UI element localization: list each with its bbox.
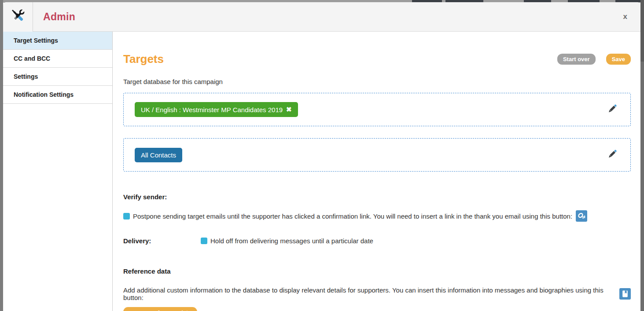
- sidebar-item-settings[interactable]: Settings: [3, 68, 112, 86]
- settings-sidebar: Target Settings CC and BCC Settings Noti…: [3, 32, 113, 311]
- header-buttons: Start over Save: [557, 54, 631, 65]
- sidebar-item-target-settings[interactable]: Target Settings: [3, 32, 112, 50]
- selected-database-chip[interactable]: UK / English : Westminster MP Candidates…: [135, 102, 298, 117]
- sidebar-item-label: Settings: [14, 73, 38, 80]
- verify-sender-row: Postpone sending target emails until the…: [123, 210, 631, 222]
- page-title: Targets: [123, 52, 164, 66]
- dialog-header: Admin x: [3, 2, 640, 32]
- dialog-title: Admin: [33, 11, 75, 23]
- backdrop-left-strip: [0, 0, 3, 311]
- edit-database-pencil-icon[interactable]: [607, 103, 618, 116]
- reference-data-text: Add additional custom information to the…: [123, 286, 616, 301]
- postpone-checkbox[interactable]: [123, 213, 130, 220]
- edit-segment-pencil-icon[interactable]: [607, 148, 618, 161]
- delivery-label: Delivery:: [123, 237, 201, 245]
- hold-off-checkbox-text: Hold off from delivering messages until …: [210, 237, 373, 245]
- dialog-body: Target Settings CC and BCC Settings Noti…: [3, 32, 640, 311]
- sidebar-item-label: CC and BCC: [14, 55, 50, 62]
- admin-dialog: Admin x Target Settings CC and BCC Setti…: [3, 2, 640, 311]
- target-database-label: Target database for this campaign: [123, 78, 631, 85]
- verify-sender-label: Verify sender:: [123, 193, 631, 201]
- backdrop-scrollbar: [640, 0, 644, 62]
- insert-reference-data-button[interactable]: [619, 288, 631, 300]
- target-database-box: UK / English : Westminster MP Candidates…: [123, 93, 631, 126]
- close-icon[interactable]: x: [623, 12, 640, 21]
- insert-confirmation-link-button[interactable]: [576, 210, 587, 222]
- targets-panel: Targets Start over Save Target database …: [113, 32, 640, 311]
- targets-header-row: Targets Start over Save: [123, 52, 631, 66]
- save-button[interactable]: Save: [606, 54, 631, 65]
- all-contacts-chip[interactable]: All Contacts: [135, 148, 182, 162]
- target-segment-box: All Contacts: [123, 138, 631, 172]
- admin-modal-screen: Admin x Target Settings CC and BCC Setti…: [0, 0, 644, 311]
- postpone-checkbox-text: Postpone sending target emails until the…: [133, 212, 572, 220]
- reference-data-paragraph: Add additional custom information to the…: [123, 286, 631, 301]
- remove-database-icon[interactable]: ✖: [286, 106, 292, 113]
- sidebar-item-notification-settings[interactable]: Notification Settings: [3, 86, 112, 104]
- all-contacts-chip-label: All Contacts: [141, 151, 176, 159]
- hold-off-checkbox[interactable]: [201, 238, 207, 244]
- selected-database-chip-label: UK / English : Westminster MP Candidates…: [141, 106, 283, 113]
- backdrop-right-strip: [640, 0, 644, 311]
- sidebar-item-label: Target Settings: [14, 37, 58, 44]
- start-over-button[interactable]: Start over: [557, 54, 596, 65]
- tools-icon-cell: [3, 2, 33, 32]
- sidebar-item-label: Notification Settings: [14, 91, 74, 98]
- reference-data-label: Reference data: [123, 267, 631, 275]
- manage-reference-data-button[interactable]: manage reference data: [123, 307, 197, 311]
- delivery-row: Delivery: Hold off from delivering messa…: [123, 237, 631, 245]
- sidebar-item-cc-and-bcc[interactable]: CC and BCC: [3, 50, 112, 68]
- wrench-screwdriver-icon: [9, 7, 27, 26]
